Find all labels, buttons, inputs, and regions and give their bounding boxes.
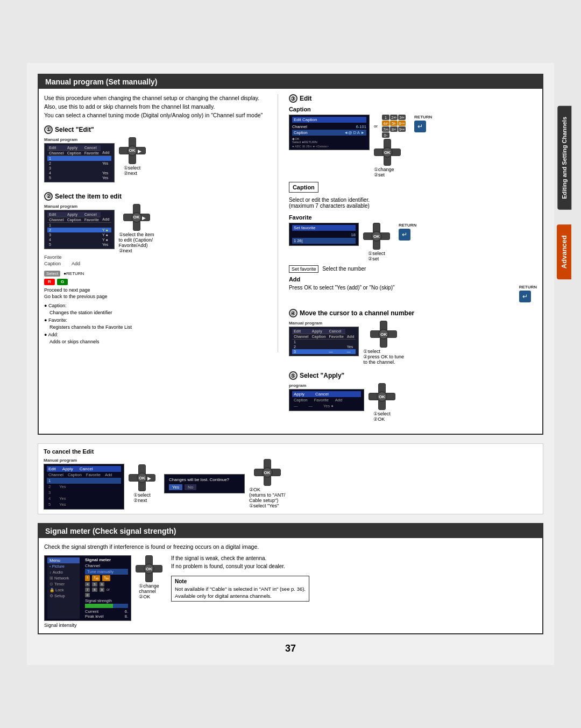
edit-caption-screen: Edit Caption Channel 6-101 Caption ◄@ D … — [289, 115, 370, 150]
step1-heading: ① Select "Edit" — [44, 125, 272, 134]
signal-notes-area: If the signal is weak, check the antenna… — [171, 555, 537, 602]
caption-subheading: Caption — [289, 106, 537, 112]
step1-diagram: Manual program EditApplyCancel ChannelCa… — [44, 137, 272, 186]
set-favorite-label: Set favorite — [289, 265, 319, 273]
signal-section: Signal meter (Check signal strength) Che… — [38, 523, 543, 634]
select-btn: Select — [44, 271, 60, 277]
cancel-heading: To cancel the Edit — [44, 448, 537, 455]
signal-header: Signal meter (Check signal strength) — [39, 524, 542, 538]
signal-bar — [85, 604, 128, 608]
advanced-tab: Advanced — [557, 224, 571, 279]
step4-dpad: OK — [370, 321, 397, 348]
num-keys-grid: 1 2ab 3de 4gh 5jk 6mn 7pq 8st 9vw 0+ — [382, 115, 406, 138]
step1-screen: Manual program EditApplyCancel ChannelCa… — [44, 137, 115, 186]
g-button: G — [57, 279, 68, 285]
r-button: R — [44, 279, 55, 285]
left-column: Use this procedure when changing the cha… — [44, 94, 278, 352]
step5-dpad: OK — [369, 383, 395, 410]
step1-dpad: ▶ OK — [119, 137, 146, 164]
cancel-dpad-right: OK — [254, 459, 281, 486]
step5-heading: ⑤ Select "Apply" — [289, 371, 537, 380]
rgb-buttons: R G — [44, 279, 272, 285]
step5-diagram: program Apply Cancel Caption Favorite Ad… — [289, 383, 537, 422]
signal-content: Check the signal strength if interferenc… — [39, 538, 542, 633]
caption-dpad: OK — [374, 139, 401, 166]
step5-block: ⑤ Select "Apply" program Apply Cancel — [289, 371, 537, 422]
signal-dpad: OK — [136, 555, 162, 582]
cancel-screen-left: Manual program Edit Apply Cancel Channel… — [44, 458, 124, 510]
favorite-dpad: OK — [363, 223, 390, 250]
editing-channels-tab: Editing and Setting Channels — [557, 106, 571, 210]
manual-program-header: Manual program (Set manually) — [39, 75, 542, 89]
step2-dpad: ▶ OK — [123, 204, 150, 231]
step2-heading: ② Select the item to edit — [44, 192, 272, 201]
apply-screen: Apply Cancel Caption Favorite Add — — [289, 389, 364, 411]
favorite-subheading: Favorite — [289, 214, 537, 221]
step4-block: ④ Move the cursor to a channel number Ma… — [289, 309, 537, 365]
signal-intensity-label: Signal intensity — [44, 623, 131, 628]
step5-screen: program Apply Cancel Caption Favorite Ad… — [289, 383, 364, 411]
set-favorite-screen: Set favorite 18 1 26| — [289, 223, 359, 246]
step4-screen: Manual program EditApplyCancel ChannelCa… — [289, 321, 359, 359]
note-box: Note Not available if "Cable" is selecte… — [171, 576, 309, 602]
step1-block: ① Select "Edit" Manual program EditApply… — [44, 125, 272, 186]
return-icon-caption: ↵ — [414, 121, 426, 132]
cancel-dpad-left: ▶ OK — [129, 464, 155, 491]
step2-screen: Manual program EditApplyCancel ChannelCa… — [44, 204, 115, 266]
caption-bordered-label: Caption — [289, 182, 318, 193]
signal-screen-area: Menu ▪ Picture ♪ Audio — [44, 555, 131, 627]
intro-text: Use this procedure when changing the cha… — [44, 94, 272, 119]
favorite-screen-area: Set favorite 18 1 26| — [289, 223, 359, 246]
favorite-diagram: Set favorite 18 1 26| — [289, 223, 537, 261]
add-subheading: Add — [289, 276, 537, 282]
step2-diagram: Manual program EditApplyCancel ChannelCa… — [44, 204, 272, 266]
cancel-section: To cancel the Edit Manual program Edit A… — [38, 443, 543, 514]
return-icon-add: ↵ — [519, 291, 531, 302]
caption-screen-area: Edit Caption Channel 6-101 Caption ◄@ D … — [289, 115, 370, 150]
signal-intro: Check the signal strength if interferenc… — [44, 543, 537, 550]
signal-meter-screen: Menu ▪ Picture ♪ Audio — [44, 555, 131, 620]
step3-heading: ③ Edit — [289, 94, 537, 103]
caption-diagram: Edit Caption Channel 6-101 Caption ◄@ D … — [289, 115, 537, 178]
return-icon-favorite: ↵ — [399, 229, 410, 241]
cancel-content: Manual program Edit Apply Cancel Channel… — [44, 458, 537, 510]
step2-block: ② Select the item to edit Manual program… — [44, 192, 272, 346]
page-number: 37 — [38, 643, 543, 654]
step4-heading: ④ Move the cursor to a channel number — [289, 309, 537, 317]
step3-block: ③ Edit Caption Edit Caption Channel — [289, 94, 537, 302]
step4-diagram: Manual program EditApplyCancel ChannelCa… — [289, 321, 537, 365]
manual-program-section: Manual program (Set manually) Use this p… — [38, 74, 543, 435]
right-column: ③ Edit Caption Edit Caption Channel — [284, 94, 537, 428]
cancel-dialog: Changes will be lost. Continue? Yes No — [164, 474, 245, 493]
